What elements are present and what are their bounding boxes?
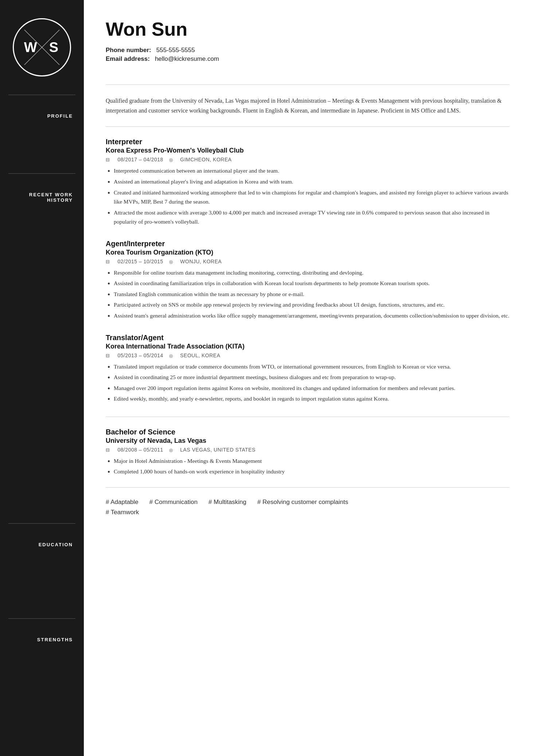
email-label: Email address: [106,55,150,62]
edu-bullets: Major in Hotel Administration - Meetings… [106,456,509,476]
strengths-list-2: # Teamwork [106,509,509,516]
profile-section: Qualified graduate from the University o… [106,96,509,115]
list-item: Attracted the most audience with average… [114,208,509,227]
sidebar-education-label: EDUCATION [35,535,77,551]
work-divider [106,417,509,417]
job-3-location-icon [169,353,175,358]
job-1-location-icon [169,157,175,162]
list-item: Assisted in coordinating familiarization… [114,279,509,288]
list-item: Responsible for online tourism data mana… [114,268,509,277]
job-2: Agent/Interpreter Korea Tourism Organiza… [106,240,509,320]
strengths-section: # Adaptable # Communication # Multitaski… [106,499,509,516]
strength-5: # Teamwork [106,509,139,516]
job-2-meta: 02/2015 – 10/2015 WONJU, KOREA [106,259,509,264]
job-2-bullets: Responsible for online tourism data mana… [106,268,509,320]
job-1-company: Korea Express Pro-Women's Volleyball Clu… [106,147,509,154]
job-1-dates: 08/2017 – 04/2018 [118,157,163,162]
avatar: W S [13,18,71,76]
sidebar-profile-label: PROFILE [44,106,77,122]
main-content: Won Sun Phone number: 555-555-5555 Email… [84,0,535,756]
header: Won Sun Phone number: 555-555-5555 Email… [106,0,509,74]
strength-1: # Adaptable [106,499,138,506]
header-divider [106,84,509,85]
list-item: Participated actively on SNS or mobile a… [114,300,509,310]
edu-degree: Bachelor of Science [106,428,509,436]
strength-4: # Resolving customer complaints [257,499,348,506]
job-1-bullets: Interpreted communication between an int… [106,166,509,226]
job-3-bullets: Translated import regulation or trade co… [106,362,509,403]
edu-school: University of Nevada, Las Vegas [106,437,509,445]
email-value: hello@kickresume.com [155,55,219,62]
job-3-dates: 05/2013 – 05/2014 [118,353,163,358]
job-2-dates: 02/2015 – 10/2015 [118,259,163,264]
job-3-dates-icon [106,353,112,358]
phone-value: 555-555-5555 [156,47,195,54]
list-item: Edited weekly, monthly, and yearly e-new… [114,394,509,403]
list-item: Major in Hotel Administration - Meetings… [114,456,509,466]
sidebar-work-label: RECENT WORK HISTORY [26,185,77,206]
list-item: Translated import regulation or trade co… [114,362,509,371]
list-item: Created and initiated harmonized working… [114,188,509,206]
list-item: Assisted in coordinating 25 or more indu… [114,373,509,382]
strengths-list: # Adaptable # Communication # Multitaski… [106,499,509,506]
job-1-meta: 08/2017 – 04/2018 GIMCHEON, KOREA [106,157,509,162]
edu-divider [106,487,509,488]
list-item: Translated English communication within … [114,290,509,299]
job-3-location: SEOUL, KOREA [180,353,220,358]
edu-location: LAS VEGAS, UNITED STATES [180,447,255,453]
edu-location-icon [169,447,175,453]
email-row: Email address: hello@kickresume.com [106,55,509,63]
job-2-company: Korea Tourism Organization (KTO) [106,249,509,256]
candidate-name: Won Sun [106,18,509,40]
list-item: Assisted an international player's livin… [114,177,509,186]
strength-2: # Communication [149,499,198,506]
education-section: Bachelor of Science University of Nevada… [106,428,509,476]
list-item: Assisted team's general administration w… [114,311,509,320]
page-layout: W S PROFILE RECENT WORK HISTORY EDUCATIO… [0,0,535,756]
job-2-dates-icon [106,259,112,264]
job-1-title: Interpreter [106,138,509,146]
phone-row: Phone number: 555-555-5555 [106,47,509,54]
list-item: Managed over 200 import regulation items… [114,383,509,393]
job-3: Translator/Agent Korea International Tra… [106,334,509,403]
edu-meta: 08/2008 – 05/2011 LAS VEGAS, UNITED STAT… [106,447,509,453]
job-3-title: Translator/Agent [106,334,509,342]
job-1-dates-icon [106,157,112,162]
phone-label: Phone number: [106,47,151,54]
strength-3: # Multitasking [208,499,246,506]
profile-text: Qualified graduate from the University o… [106,96,509,115]
list-item: Completed 1,000 hours of hands-on work e… [114,467,509,476]
job-1: Interpreter Korea Express Pro-Women's Vo… [106,138,509,226]
edu-dates: 08/2008 – 05/2011 [118,447,163,453]
edu-dates-icon [106,447,112,453]
contact-info: Phone number: 555-555-5555 Email address… [106,47,509,63]
job-2-location: WONJU, KOREA [180,259,222,264]
job-3-company: Korea International Trade Association (K… [106,343,509,350]
work-history-section: Interpreter Korea Express Pro-Women's Vo… [106,138,509,403]
job-1-location: GIMCHEON, KOREA [180,157,231,162]
job-2-title: Agent/Interpreter [106,240,509,248]
list-item: Interpreted communication between an int… [114,166,509,176]
sidebar: W S PROFILE RECENT WORK HISTORY EDUCATIO… [0,0,84,756]
job-3-meta: 05/2013 – 05/2014 SEOUL, KOREA [106,353,509,358]
job-2-location-icon [169,259,175,264]
profile-divider [106,126,509,127]
avatar-initials: W S [24,40,60,55]
sidebar-strengths-label: STRENGTHS [34,630,77,646]
